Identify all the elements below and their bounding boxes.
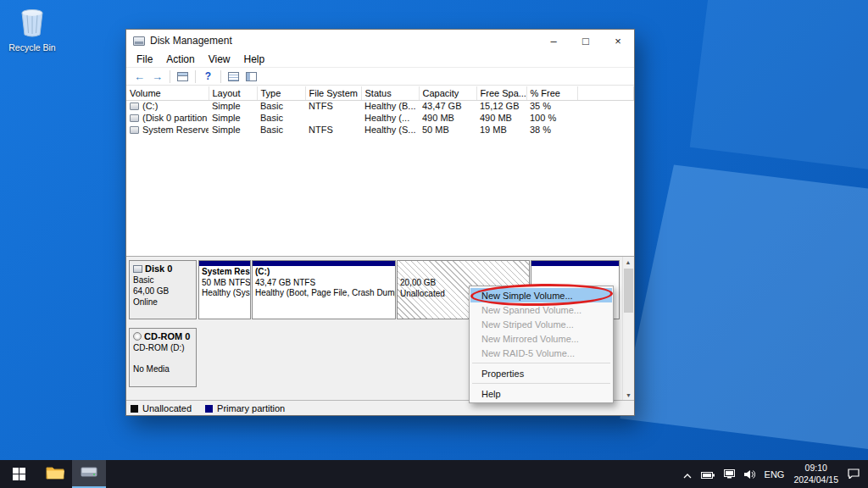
recycle-bin[interactable]: Recycle Bin xyxy=(5,8,59,53)
cell-volume: System Reserved xyxy=(142,125,209,135)
cell-layout: Simple xyxy=(209,124,257,136)
menu-item-new-raid5-volume: New RAID-5 Volume... xyxy=(470,346,612,360)
cell-type: Basic xyxy=(257,100,305,112)
scroll-thumb[interactable] xyxy=(624,269,633,313)
menu-item-help[interactable]: Help xyxy=(470,386,612,401)
partition-c[interactable]: (C:) 43,47 GB NTFS Healthy (Boot, Page F… xyxy=(252,260,396,319)
menu-item-new-simple-volume[interactable]: New Simple Volume... xyxy=(470,288,612,302)
cd-icon xyxy=(133,332,142,341)
column-header-filesystem[interactable]: File System xyxy=(305,86,361,100)
disk0-label[interactable]: Disk 0 Basic 64,00 GB Online xyxy=(129,260,197,319)
menu-help[interactable]: Help xyxy=(237,53,272,65)
forward-button[interactable]: → xyxy=(148,69,166,84)
cell-freespace: 15,12 GB xyxy=(476,100,526,112)
console-tree-icon xyxy=(177,72,188,81)
language-indicator[interactable]: ENG xyxy=(765,469,785,480)
column-header-volume[interactable]: Volume xyxy=(126,86,209,100)
minimize-button[interactable]: – xyxy=(537,30,570,52)
disk-management-taskbar-button[interactable] xyxy=(72,460,106,488)
titlebar: Disk Management – □ × xyxy=(126,30,634,52)
column-header-pctfree[interactable]: % Free xyxy=(526,86,577,100)
volume-table: Volume Layout Type File System Status Ca… xyxy=(126,86,634,136)
desktop-light-beam xyxy=(690,0,868,173)
list-view-icon xyxy=(228,72,239,81)
legend-unallocated: Unallocated xyxy=(142,403,192,413)
battery-icon[interactable] xyxy=(701,467,715,482)
recycle-bin-label: Recycle Bin xyxy=(5,42,59,53)
time: 09:10 xyxy=(793,463,838,474)
cell-pctfree: 100 % xyxy=(526,112,577,124)
cdrom-label[interactable]: CD-ROM 0 CD-ROM (D:) No Media xyxy=(129,328,197,387)
clock[interactable]: 09:10 2024/04/15 xyxy=(793,463,838,485)
legend-primary: Primary partition xyxy=(217,403,285,413)
cell-filesystem: NTFS xyxy=(305,100,361,112)
console-tree-button[interactable] xyxy=(174,69,192,84)
cell-layout: Simple xyxy=(209,100,257,112)
network-icon[interactable] xyxy=(724,467,735,482)
date: 2024/04/15 xyxy=(793,474,838,486)
disk0-size: 64,00 GB xyxy=(133,286,192,297)
cell-type: Basic xyxy=(257,124,305,136)
menu-action[interactable]: Action xyxy=(159,53,201,65)
cell-filesystem xyxy=(305,112,361,124)
menu-separator xyxy=(472,363,610,363)
menu-item-new-striped-volume: New Striped Volume... xyxy=(470,317,612,331)
partition-status: Healthy (Sys xyxy=(202,288,250,297)
cell-freespace: 19 MB xyxy=(476,124,526,136)
primary-partition-swatch xyxy=(205,405,213,413)
list-view-button[interactable] xyxy=(225,69,242,84)
cell-pctfree: 38 % xyxy=(526,124,577,136)
column-header-layout[interactable]: Layout xyxy=(209,86,257,100)
hidden-icons-chevron[interactable] xyxy=(683,467,692,482)
disk-drive-icon xyxy=(81,465,97,482)
table-row[interactable]: (Disk 0 partition 3) Simple Basic Health… xyxy=(126,112,634,124)
column-header-freespace[interactable]: Free Spa... xyxy=(476,86,526,100)
context-menu: New Simple Volume... New Spanned Volume.… xyxy=(469,286,614,403)
cell-pctfree: 35 % xyxy=(526,100,577,112)
partition-system-reserved[interactable]: System Res 50 MB NTFS Healthy (Sys xyxy=(198,260,251,319)
vertical-scrollbar[interactable]: ▲ ▼ xyxy=(622,257,633,401)
cell-status: Healthy (... xyxy=(361,112,419,124)
cell-capacity: 43,47 GB xyxy=(419,100,476,112)
close-button[interactable]: × xyxy=(602,30,634,52)
back-button[interactable]: ← xyxy=(131,69,148,84)
action-center-button[interactable] xyxy=(848,467,860,482)
desktop-light-beam xyxy=(620,164,868,449)
volume-icon xyxy=(130,126,139,134)
menu-item-properties[interactable]: Properties xyxy=(470,366,612,380)
toolbar-separator xyxy=(170,70,170,83)
help-button[interactable]: ? xyxy=(199,69,217,84)
menu-view[interactable]: View xyxy=(202,53,237,65)
taskbar: ENG 09:10 2024/04/15 xyxy=(0,460,868,488)
cell-volume: (Disk 0 partition 3) xyxy=(142,113,209,123)
cdrom-row: CD-ROM 0 CD-ROM (D:) No Media xyxy=(129,328,197,387)
graph-view-button[interactable] xyxy=(242,69,260,84)
scroll-up-button[interactable]: ▲ xyxy=(623,257,633,268)
system-tray: ENG 09:10 2024/04/15 xyxy=(683,460,868,488)
partition-size: 43,47 GB NTFS xyxy=(255,278,315,287)
table-row[interactable]: System Reserved Simple Basic NTFS Health… xyxy=(126,124,634,136)
column-header-filler xyxy=(577,86,634,100)
partition-title: (C:) xyxy=(255,267,270,276)
disk-management-icon xyxy=(133,36,145,46)
menu-file[interactable]: File xyxy=(130,53,159,65)
column-header-status[interactable]: Status xyxy=(361,86,419,100)
disk-icon xyxy=(133,265,142,273)
disk0-type: Basic xyxy=(133,274,192,286)
file-explorer-button[interactable] xyxy=(38,460,72,488)
column-header-capacity[interactable]: Capacity xyxy=(419,86,476,100)
start-button[interactable] xyxy=(0,460,38,488)
recycle-bin-icon xyxy=(19,25,45,40)
partition-status: Unallocated xyxy=(400,289,445,298)
graph-view-icon xyxy=(246,72,257,81)
volume-speaker-icon[interactable] xyxy=(744,467,755,482)
table-row[interactable]: (C:) Simple Basic NTFS Healthy (B... 43,… xyxy=(126,100,634,112)
column-header-type[interactable]: Type xyxy=(257,86,305,100)
menu-separator xyxy=(472,383,610,384)
unallocated-swatch xyxy=(131,405,138,413)
maximize-button[interactable]: □ xyxy=(570,30,602,52)
menu-item-new-spanned-volume: New Spanned Volume... xyxy=(470,302,612,317)
disk0-status: Online xyxy=(133,297,192,308)
folder-icon xyxy=(46,465,64,483)
disk0-name: Disk 0 xyxy=(145,263,172,274)
